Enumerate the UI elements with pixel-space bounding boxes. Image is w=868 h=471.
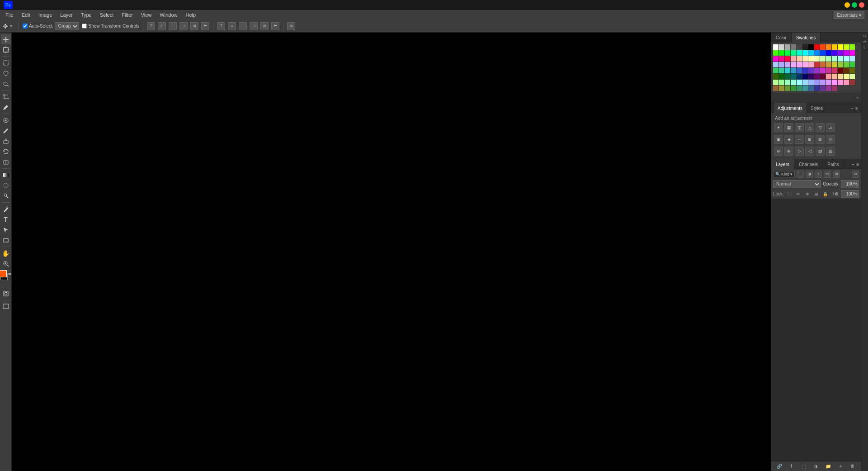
swatch-color[interactable] xyxy=(802,80,808,85)
adj-colorlookup[interactable]: ⊠ xyxy=(816,135,825,144)
shape-tool-btn[interactable] xyxy=(1,235,11,245)
swatch-color[interactable] xyxy=(838,68,843,73)
swatch-color[interactable] xyxy=(808,86,814,91)
swatch-color[interactable] xyxy=(802,44,808,50)
swatch-color[interactable] xyxy=(808,44,814,50)
link-layers-btn[interactable]: 🔗 xyxy=(776,463,783,470)
adj-posterize[interactable]: ⊗ xyxy=(774,147,783,156)
swatch-color[interactable] xyxy=(814,44,820,50)
align-bottom[interactable]: ⊥ xyxy=(169,22,177,30)
path-select-tool-btn[interactable] xyxy=(1,225,11,235)
swatch-color[interactable] xyxy=(773,86,778,91)
swatch-color[interactable] xyxy=(832,74,837,79)
swatch-color[interactable] xyxy=(849,80,855,85)
swatch-color[interactable] xyxy=(838,44,843,50)
autoselect-checkbox[interactable] xyxy=(23,24,28,29)
swatch-color[interactable] xyxy=(826,74,831,79)
swatch-color[interactable] xyxy=(779,56,784,62)
swatch-color[interactable] xyxy=(832,62,837,67)
swatch-color[interactable] xyxy=(844,80,849,85)
lasso-tool-btn[interactable] xyxy=(1,68,11,78)
menu-type[interactable]: Type xyxy=(77,11,95,19)
adj-vibrance[interactable]: ▽ xyxy=(816,123,825,132)
history-brush-tool-btn[interactable] xyxy=(1,147,11,157)
adjustments-header[interactable]: Adjustments Styles − ≡ xyxy=(771,103,861,113)
swatch-color[interactable] xyxy=(808,50,814,56)
swatch-color[interactable] xyxy=(779,68,784,73)
tab-color[interactable]: Color xyxy=(771,33,792,43)
swatch-color[interactable] xyxy=(820,68,826,73)
distribute-vcenter[interactable]: ≡ xyxy=(228,22,236,30)
swatch-color[interactable] xyxy=(820,62,826,67)
swatch-color[interactable] xyxy=(826,62,831,67)
menu-filter[interactable]: Filter xyxy=(118,11,136,19)
swatch-color[interactable] xyxy=(849,62,855,67)
swatch-color[interactable] xyxy=(791,86,796,91)
swatch-color[interactable] xyxy=(773,44,778,50)
swatch-color[interactable] xyxy=(791,44,796,50)
workspace-dropdown[interactable]: Essentials ▾ xyxy=(834,11,864,19)
maximize-button[interactable] xyxy=(852,2,857,8)
screen-mode-btn[interactable] xyxy=(1,302,11,312)
add-mask-btn[interactable]: ⬚ xyxy=(800,463,807,470)
swatch-color[interactable] xyxy=(826,56,831,62)
menu-layer[interactable]: Layer xyxy=(57,11,76,19)
close-button[interactable] xyxy=(859,2,864,8)
quick-mask-btn[interactable] xyxy=(1,289,11,299)
swatch-color[interactable] xyxy=(797,74,802,79)
align-vcenter[interactable]: ⊟ xyxy=(158,22,166,30)
swatch-color[interactable] xyxy=(844,56,849,62)
adj-gradient-map[interactable]: ◁ xyxy=(805,147,814,156)
menu-image[interactable]: Image xyxy=(35,11,56,19)
swatch-color[interactable] xyxy=(832,50,837,56)
swatch-color[interactable] xyxy=(814,62,820,67)
swatch-color[interactable] xyxy=(832,56,837,62)
adj-invert[interactable]: ◲ xyxy=(826,135,835,144)
swatch-color[interactable] xyxy=(779,44,784,50)
adj-minimize-icon[interactable]: − xyxy=(851,106,854,111)
distribute-right[interactable]: ⊢ xyxy=(271,22,279,30)
adj-levels[interactable]: ▦ xyxy=(784,123,793,132)
swatch-color[interactable] xyxy=(844,50,849,56)
swatch-color[interactable] xyxy=(832,44,837,50)
adj-threshold[interactable]: ⊕ xyxy=(784,147,793,156)
swatch-color[interactable] xyxy=(849,68,855,73)
swatch-color[interactable] xyxy=(820,44,826,50)
new-group-btn[interactable]: 📁 xyxy=(825,463,832,470)
swatch-color[interactable] xyxy=(797,68,802,73)
swatch-color[interactable] xyxy=(808,62,814,67)
swatch-color[interactable] xyxy=(779,74,784,79)
swatch-color[interactable] xyxy=(844,74,849,79)
swatch-color[interactable] xyxy=(785,62,790,67)
brush-tool-btn[interactable] xyxy=(1,126,11,136)
layers-filter-dropdown[interactable]: 🔍 Kind ▾ xyxy=(773,171,795,177)
swatch-color[interactable] xyxy=(785,56,790,62)
eraser-tool-btn[interactable] xyxy=(1,157,11,167)
swatch-color[interactable] xyxy=(826,44,831,50)
distribute-top[interactable]: ⊤ xyxy=(217,22,225,30)
lock-artboard-btn[interactable]: ⊞ xyxy=(813,190,820,198)
tab-styles[interactable]: Styles xyxy=(807,103,826,113)
swatch-color[interactable] xyxy=(826,86,831,91)
tab-adjustments[interactable]: Adjustments xyxy=(774,103,806,113)
new-fill-btn[interactable]: ◑ xyxy=(812,463,820,470)
swatch-color[interactable] xyxy=(838,62,843,67)
adj-photofilter[interactable]: ↔ xyxy=(795,135,804,144)
swatch-color[interactable] xyxy=(785,74,790,79)
lock-position-btn[interactable]: ✥ xyxy=(804,190,811,198)
swatch-color[interactable] xyxy=(814,80,820,85)
zoom-tool-btn[interactable] xyxy=(1,259,11,269)
tab-paths[interactable]: Paths xyxy=(823,159,844,169)
minimize-button[interactable] xyxy=(844,2,850,8)
adj-curves[interactable]: ◫ xyxy=(795,123,804,132)
swatch-color[interactable] xyxy=(820,80,826,85)
artboard-tool-btn[interactable] xyxy=(1,45,11,55)
swatch-color[interactable] xyxy=(826,50,831,56)
menu-edit[interactable]: Edit xyxy=(18,11,34,19)
adj-menu-icon[interactable]: ≡ xyxy=(855,106,858,111)
tab-channels[interactable]: Channels xyxy=(794,159,823,169)
adj-solidcolor[interactable]: ▤ xyxy=(816,147,825,156)
swatch-color[interactable] xyxy=(797,80,802,85)
swatch-color[interactable] xyxy=(779,80,784,85)
swatch-color[interactable] xyxy=(814,74,820,79)
